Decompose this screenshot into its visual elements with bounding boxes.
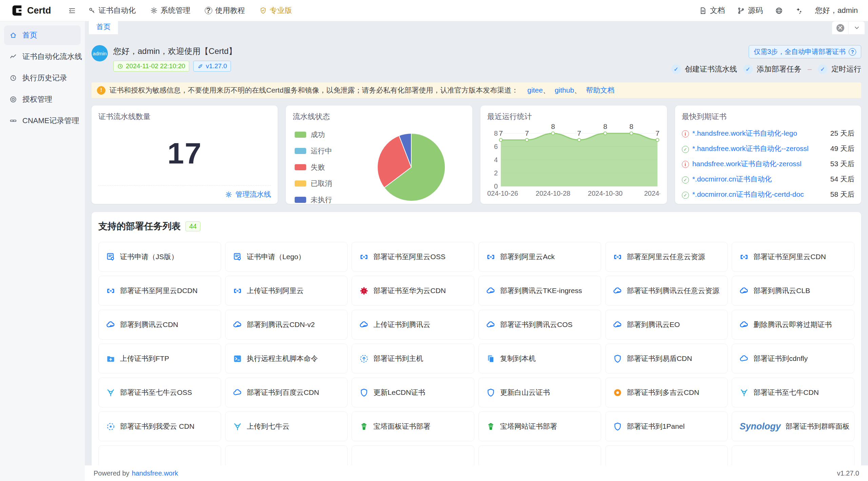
sidebar-item-home[interactable]: 首页	[4, 25, 81, 45]
svg-text:8: 8	[494, 130, 498, 137]
tencent-cloud-icon	[739, 286, 749, 295]
cert-name-link[interactable]: handsfree.work证书自动化-zerossl	[692, 159, 827, 169]
tab-home[interactable]: 首页	[89, 19, 118, 34]
language-globe-icon[interactable]	[775, 7, 783, 15]
deploy-task-label: 部署证书到百度云CDN	[247, 388, 319, 397]
source-link[interactable]: 源码	[737, 5, 763, 16]
close-tab-button[interactable]: ✕	[832, 21, 848, 34]
deploy-task-card[interactable]: 宝塔面板证书部署	[352, 411, 474, 441]
expiring-cert-row: i handsfree.work证书自动化-zerossl 53 天后	[682, 159, 854, 169]
deploy-task-card[interactable]: 部署证书到腾讯云任意云资源	[605, 276, 728, 306]
welcome-title: 您好，admin，欢迎使用【Certd】	[113, 45, 237, 57]
brand[interactable]: Certd	[10, 4, 51, 17]
deploy-task-card[interactable]: 部署证书到易盾CDN	[605, 344, 728, 373]
deploy-task-card[interactable]: 部署证书至阿里云DCDN	[98, 276, 221, 306]
version-label: v1.27.0	[206, 62, 227, 70]
deploy-task-card[interactable]: 上传证书到腾讯云	[352, 310, 474, 340]
deploy-task-card[interactable]: 部署证书到多吉云CDN	[605, 378, 728, 407]
legend-item[interactable]: 失败	[295, 162, 357, 172]
deploy-task-card[interactable]: 部署到阿里云Ack	[478, 242, 601, 272]
top-menu-item[interactable]: 系统管理	[150, 5, 191, 16]
cloud-icon	[739, 354, 749, 363]
welcome-section: admin 您好，admin，欢迎使用【Certd】 2024-11-02 22…	[92, 45, 861, 74]
deploy-task-card[interactable]: 部署证书到腾讯云COS	[478, 310, 601, 340]
sidebar-item-[interactable]: 证书自动化流水线	[4, 47, 81, 66]
deploy-task-card[interactable]: 上传证书到阿里云	[225, 276, 348, 306]
card-title: 流水线状态	[293, 112, 465, 122]
sidebar-item-[interactable]: CNAME记录管理	[4, 111, 81, 131]
deploy-task-card[interactable]: 执行远程主机脚本命令	[225, 344, 348, 373]
deploy-task-card[interactable]: 部署至阿里云任意云资源	[605, 242, 728, 272]
tencent-cloud-icon	[613, 286, 622, 295]
deploy-task-card[interactable]: 部署证书至华为云CDN	[352, 276, 474, 306]
deploy-task-card[interactable]: 部署证书到1Panel	[605, 411, 728, 441]
aliyun-icon	[359, 252, 369, 262]
deploy-task-card[interactable]: 部署到腾讯云CLB	[732, 276, 854, 306]
deploy-task-label: 部署证书至阿里云DCDN	[120, 286, 198, 295]
legend-item[interactable]: 未执行	[295, 195, 357, 205]
legend-item[interactable]: 运行中	[295, 146, 357, 156]
deploy-task-card[interactable]: 部署证书到cdnfly	[732, 344, 854, 373]
deploy-task-card[interactable]: 宝塔网站证书部署	[478, 411, 601, 441]
gear-icon	[225, 191, 232, 198]
deploy-task-label: 部署到腾讯云TKE-ingress	[500, 286, 582, 295]
deploy-task-card[interactable]: 部署到腾讯云CDN-v2	[225, 310, 348, 340]
tab-menu-button[interactable]	[848, 21, 865, 34]
guide-badge[interactable]: 仅需3步，全自动申请部署证书 ?	[749, 45, 861, 58]
deploy-task-card[interactable]: 部署证书到我爱云 CDN	[98, 411, 221, 441]
deploy-task-card[interactable]: 部署到腾讯云TKE-ingress	[478, 276, 601, 306]
deploy-task-card[interactable]: 删除腾讯云即将过期证书	[732, 310, 854, 340]
deploy-task-card[interactable]: 部署到腾讯云CDN	[98, 310, 221, 340]
legend-item[interactable]: 成功	[295, 130, 357, 139]
docs-link[interactable]: 文档	[699, 5, 725, 16]
manage-pipelines-link[interactable]: 管理流水线	[225, 190, 271, 199]
sparkles-icon[interactable]	[795, 7, 803, 15]
cert-name-link[interactable]: *.docmirror.cn证书自动化-certd-doc	[692, 190, 827, 199]
svg-text:2024-10-26: 2024-10-26	[487, 190, 518, 197]
copy-icon	[486, 354, 495, 363]
sidebar-item-[interactable]: 授权管理	[4, 90, 81, 109]
deploy-task-card[interactable]: 证书申请（Lego）	[225, 242, 348, 272]
alert-link[interactable]: gitee	[527, 86, 543, 94]
deploy-task-card[interactable]: 上传到七牛云	[225, 411, 348, 441]
handsfree-link[interactable]: handsfree.work	[132, 469, 178, 477]
alert-link[interactable]: 帮助文档	[586, 86, 614, 94]
cert-name-link[interactable]: *.handsfree.work证书自动化-lego	[692, 129, 827, 138]
cert-name-link[interactable]: *.handsfree.work证书自动化--zerossl	[692, 144, 827, 153]
deploy-task-label: 删除腾讯云即将过期证书	[753, 320, 832, 329]
deploy-task-label: 更新白山云证书	[500, 388, 550, 397]
deploy-task-card[interactable]: 更新白山云证书	[478, 378, 601, 407]
step-create-pipeline[interactable]: ✓ 创建证书流水线	[671, 64, 737, 74]
top-menu-item[interactable]: 专业版	[259, 5, 292, 16]
deploy-task-card[interactable]: 部署证书至七牛CDN	[732, 378, 854, 407]
deploy-task-card[interactable]: 部署证书至阿里云CDN	[732, 242, 854, 272]
user-menu[interactable]: 您好，admin	[815, 5, 858, 16]
sparkles-icon	[795, 7, 803, 15]
deploy-task-card[interactable]: 部署证书到主机	[352, 344, 474, 373]
deploy-task-card[interactable]: Synology 部署证书到群晖面板	[732, 411, 854, 441]
sidebar-item-[interactable]: 执行历史记录	[4, 68, 81, 88]
sidebar-item-label: CNAME记录管理	[22, 116, 79, 126]
deploy-task-card[interactable]: 复制到本机	[478, 344, 601, 373]
legend-item[interactable]: 已取消	[295, 179, 357, 188]
step-add-deploy-task[interactable]: ✓ 添加部署任务	[743, 64, 802, 74]
top-menu-item[interactable]: ? 使用教程	[205, 5, 245, 16]
deploy-task-card[interactable]: 部署证书至阿里云OSS	[352, 242, 474, 272]
deploy-task-card[interactable]: 证书申请（JS版）	[98, 242, 221, 272]
deploy-task-card[interactable]: 部署到腾讯云EO	[605, 310, 728, 340]
deploy-task-label: 部署到腾讯云CDN	[120, 320, 178, 329]
docs-label: 文档	[710, 5, 725, 16]
deploy-task-card[interactable]: 更新LeCDN证书	[352, 378, 474, 407]
cert-name-link[interactable]: *.docmirror.cn证书自动化	[692, 174, 827, 184]
deploy-task-card[interactable]: 上传证书到FTP	[98, 344, 221, 373]
alert-link[interactable]: github	[555, 86, 574, 94]
deploy-task-card[interactable]: 部署证书至七牛云OSS	[98, 378, 221, 407]
deploy-task-card[interactable]: 部署证书到百度云CDN	[225, 378, 348, 407]
top-menu-item[interactable]: 证书自动化	[88, 5, 136, 16]
tab-bar: 首页 ✕	[85, 21, 868, 34]
svg-text:8: 8	[603, 123, 607, 130]
step-schedule-run[interactable]: ✓ 定时运行	[818, 64, 861, 74]
collapse-menu-icon[interactable]	[68, 7, 76, 15]
close-icon: ✕	[836, 24, 844, 32]
avatar[interactable]: admin	[92, 45, 108, 61]
